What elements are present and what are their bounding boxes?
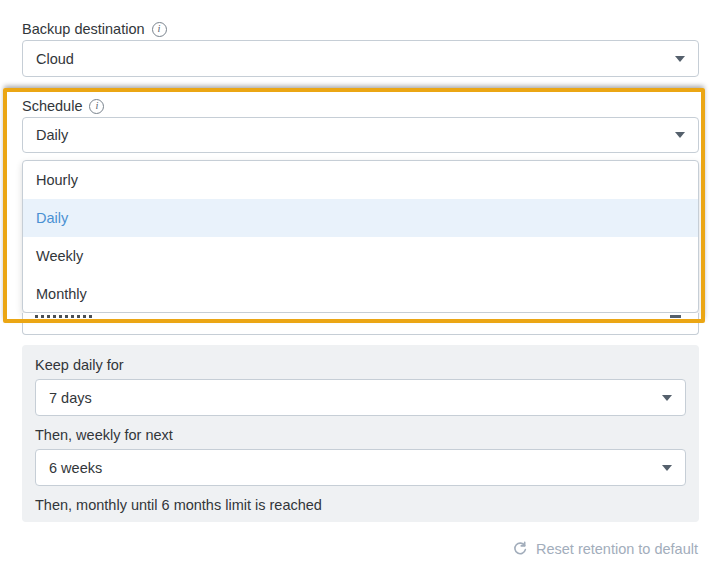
obscured-select[interactable]	[22, 313, 699, 335]
caret-down-icon	[670, 315, 681, 318]
schedule-option-hourly[interactable]: Hourly	[23, 161, 698, 199]
keep-daily-label: Keep daily for	[35, 357, 124, 373]
caret-down-icon	[675, 56, 685, 62]
schedule-value: Daily	[36, 127, 68, 143]
schedule-label-text: Schedule	[22, 98, 82, 114]
monthly-note: Then, monthly until 6 months limit is re…	[35, 497, 322, 513]
keep-daily-select[interactable]: 7 days	[35, 379, 686, 416]
keep-daily-label-text: Keep daily for	[35, 357, 124, 373]
backup-destination-label-text: Backup destination	[22, 21, 145, 37]
weekly-label-text: Then, weekly for next	[35, 427, 173, 443]
schedule-option-daily[interactable]: Daily	[23, 199, 698, 237]
backup-destination-select[interactable]: Cloud	[22, 40, 699, 77]
weekly-value: 6 weeks	[49, 460, 102, 476]
backup-destination-label: Backup destination i	[22, 21, 167, 37]
schedule-option-monthly[interactable]: Monthly	[23, 275, 698, 313]
schedule-options-list: Hourly Daily Weekly Monthly	[22, 160, 699, 313]
obscured-select-text	[35, 315, 93, 318]
reset-retention-link[interactable]: Reset retention to default	[512, 540, 698, 557]
schedule-option-weekly[interactable]: Weekly	[23, 237, 698, 275]
weekly-select[interactable]: 6 weeks	[35, 449, 686, 486]
caret-down-icon	[662, 395, 672, 401]
refresh-icon	[512, 540, 528, 557]
schedule-label: Schedule i	[22, 98, 104, 114]
weekly-label: Then, weekly for next	[35, 427, 173, 443]
reset-retention-label: Reset retention to default	[536, 541, 698, 557]
retention-panel: Keep daily for 7 days Then, weekly for n…	[22, 345, 699, 522]
keep-daily-value: 7 days	[49, 390, 92, 406]
info-icon[interactable]: i	[152, 22, 167, 37]
info-icon[interactable]: i	[89, 99, 104, 114]
caret-down-icon	[675, 132, 685, 138]
backup-destination-value: Cloud	[36, 51, 74, 67]
backup-settings-page: { "backup_destination": { "label": "Back…	[0, 0, 711, 571]
caret-down-icon	[662, 465, 672, 471]
schedule-select[interactable]: Daily	[22, 117, 699, 153]
